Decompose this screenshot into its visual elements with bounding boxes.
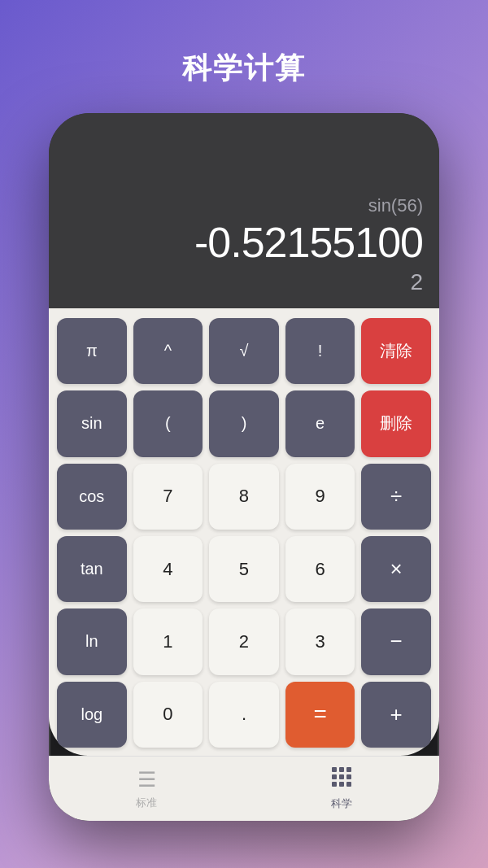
svg-rect-3 bbox=[332, 774, 337, 779]
decimal-button[interactable]: . bbox=[209, 682, 279, 748]
expression-display: sin(56) bbox=[65, 195, 423, 216]
display-area: sin(56) -0.52155100 2 bbox=[49, 113, 439, 308]
standard-label: 标准 bbox=[136, 796, 157, 810]
sqrt-button[interactable]: √ bbox=[209, 318, 279, 384]
multiply-button[interactable]: × bbox=[361, 536, 431, 602]
svg-rect-1 bbox=[339, 767, 344, 772]
keypad-area: π ^ √ ! 清除 sin ( ) e 删除 cos 7 8 9 ÷ tan … bbox=[49, 308, 439, 756]
svg-rect-7 bbox=[339, 782, 344, 787]
two-button[interactable]: 2 bbox=[209, 608, 279, 674]
nav-scientific[interactable]: 科学 bbox=[307, 760, 377, 818]
nine-button[interactable]: 9 bbox=[285, 464, 355, 530]
three-button[interactable]: 3 bbox=[285, 608, 355, 674]
standard-icon: ☰ bbox=[137, 767, 156, 792]
clear-button[interactable]: 清除 bbox=[361, 318, 431, 384]
open-paren-button[interactable]: ( bbox=[133, 390, 203, 456]
six-button[interactable]: 6 bbox=[285, 536, 355, 602]
cos-button[interactable]: cos bbox=[57, 464, 127, 530]
key-row-2: sin ( ) e 删除 bbox=[57, 390, 431, 456]
scientific-icon bbox=[331, 766, 352, 793]
add-button[interactable]: + bbox=[361, 682, 431, 748]
svg-rect-2 bbox=[346, 767, 351, 772]
subtract-button[interactable]: − bbox=[361, 608, 431, 674]
svg-rect-5 bbox=[346, 774, 351, 779]
seven-button[interactable]: 7 bbox=[133, 464, 203, 530]
key-row-3: cos 7 8 9 ÷ bbox=[57, 464, 431, 530]
delete-button[interactable]: 删除 bbox=[361, 390, 431, 456]
svg-rect-0 bbox=[332, 767, 337, 772]
log-button[interactable]: log bbox=[57, 682, 127, 748]
power-button[interactable]: ^ bbox=[133, 318, 203, 384]
tan-button[interactable]: tan bbox=[57, 536, 127, 602]
close-paren-button[interactable]: ) bbox=[209, 390, 279, 456]
factorial-button[interactable]: ! bbox=[285, 318, 355, 384]
zero-button[interactable]: 0 bbox=[133, 682, 203, 748]
four-button[interactable]: 4 bbox=[133, 536, 203, 602]
nav-standard[interactable]: ☰ 标准 bbox=[111, 761, 181, 817]
bottom-nav: ☰ 标准 科学 bbox=[49, 756, 439, 821]
main-result-display: -0.52155100 bbox=[65, 220, 423, 266]
svg-rect-4 bbox=[339, 774, 344, 779]
five-button[interactable]: 5 bbox=[209, 536, 279, 602]
divide-button[interactable]: ÷ bbox=[361, 464, 431, 530]
ln-button[interactable]: ln bbox=[57, 608, 127, 674]
key-row-4: tan 4 5 6 × bbox=[57, 536, 431, 602]
page-title: 科学计算 bbox=[182, 49, 306, 89]
one-button[interactable]: 1 bbox=[133, 608, 203, 674]
euler-button[interactable]: e bbox=[285, 390, 355, 456]
pi-button[interactable]: π bbox=[57, 318, 127, 384]
phone-frame: sin(56) -0.52155100 2 π ^ √ ! 清除 sin ( )… bbox=[49, 113, 439, 821]
key-row-6: log 0 . = + bbox=[57, 682, 431, 748]
sin-button[interactable]: sin bbox=[57, 390, 127, 456]
sub-result-display: 2 bbox=[65, 269, 423, 295]
equals-button[interactable]: = bbox=[285, 682, 355, 748]
svg-rect-8 bbox=[346, 782, 351, 787]
svg-rect-6 bbox=[332, 782, 337, 787]
scientific-label: 科学 bbox=[331, 796, 352, 811]
key-row-1: π ^ √ ! 清除 bbox=[57, 318, 431, 384]
key-row-5: ln 1 2 3 − bbox=[57, 608, 431, 674]
eight-button[interactable]: 8 bbox=[209, 464, 279, 530]
